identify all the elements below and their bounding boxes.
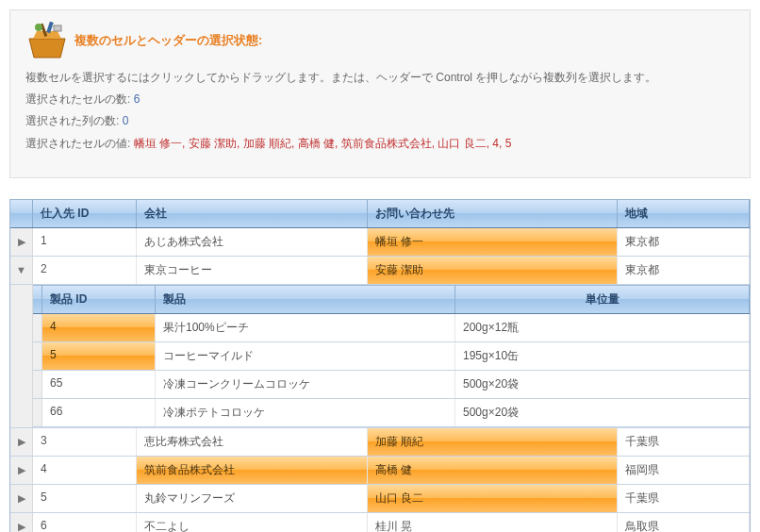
cell-region[interactable]: 千葉県 [618, 485, 750, 512]
toolbox-icon [25, 22, 69, 59]
expand-icon[interactable]: ▶ [10, 457, 33, 484]
selected-values: 幡垣 修一, 安藤 潔助, 加藤 順紀, 高橋 健, 筑前食品株式会社, 山口 … [134, 137, 512, 150]
cell-contact[interactable]: 加藤 順紀 [368, 428, 618, 456]
cell-id[interactable]: 5 [33, 485, 137, 512]
selected-cells-value: 6 [134, 92, 140, 106]
selected-cols-value: 0 [123, 114, 129, 127]
cell-region[interactable]: 福岡県 [618, 457, 750, 484]
expand-icon[interactable]: ▶ [10, 513, 33, 532]
col-header-id[interactable]: 仕入先 ID [33, 200, 137, 227]
selected-values-label: 選択されたセルの値: [25, 137, 134, 150]
col-header-company[interactable]: 会社 [137, 200, 368, 227]
col-header-contact[interactable]: お問い合わせ先 [368, 200, 618, 227]
cell-product[interactable]: 冷凍ポテトコロッケ [156, 399, 455, 426]
cell-unit[interactable]: 200g×12瓶 [455, 314, 750, 341]
nested-row-gutter [33, 371, 42, 398]
cell-region[interactable]: 東京都 [618, 257, 750, 284]
table-row[interactable]: ▼2東京コーヒー安藤 潔助東京都 [10, 257, 750, 285]
cell-company[interactable]: 不二よし [137, 513, 368, 532]
col-header-region[interactable]: 地域 [618, 200, 750, 227]
selected-cells-label: 選択されたセルの数: [25, 92, 134, 106]
selected-cols-label: 選択された列の数: [25, 114, 123, 127]
nested-row-gutter [33, 314, 42, 341]
nested-expander-header [33, 286, 42, 313]
cell-id[interactable]: 4 [33, 457, 137, 484]
table-row[interactable]: ▶6不二よし桂川 晃鳥取県 [10, 513, 750, 532]
selection-status-panel: 複数のセルとヘッダーの選択状態: 複数セルを選択するにはクリックしてからドラッグ… [9, 9, 751, 178]
table-row[interactable]: ▶5丸鈴マリンフーズ山口 良二千葉県 [10, 485, 750, 513]
products-grid[interactable]: 製品 ID製品単位量4果汁100%ピーチ200g×12瓶5コーヒーマイルド195… [33, 285, 750, 427]
selected-values-line: 選択されたセルの値: 幡垣 修一, 安藤 潔助, 加藤 順紀, 高橋 健, 筑前… [25, 135, 735, 153]
col-header-product[interactable]: 製品 [156, 286, 455, 313]
svg-point-3 [35, 24, 42, 31]
selected-cells-line: 選択されたセルの数: 6 [25, 91, 735, 108]
expand-icon[interactable]: ▶ [10, 428, 33, 456]
cell-contact[interactable]: 安藤 潔助 [368, 257, 618, 284]
nested-row-gutter [33, 342, 42, 370]
svg-rect-5 [54, 25, 61, 31]
cell-unit[interactable]: 500g×20袋 [455, 399, 750, 426]
cell-company[interactable]: 東京コーヒー [137, 257, 368, 284]
cell-company[interactable]: 丸鈴マリンフーズ [137, 485, 368, 512]
cell-product-id[interactable]: 5 [42, 342, 156, 370]
col-header-unit[interactable]: 単位量 [455, 286, 750, 313]
nested-row-gutter [33, 399, 42, 426]
collapse-icon[interactable]: ▼ [10, 257, 33, 284]
cell-contact[interactable]: 高橋 健 [368, 457, 618, 484]
cell-unit[interactable]: 195g×10缶 [455, 342, 750, 370]
cell-product-id[interactable]: 65 [42, 371, 156, 398]
grid-header-row: 仕入先 ID 会社 お問い合わせ先 地域 [10, 200, 750, 228]
cell-product[interactable]: 冷凍コーンクリームコロッケ [156, 371, 455, 398]
cell-company[interactable]: 恵比寿株式会社 [137, 428, 368, 456]
expand-icon[interactable]: ▶ [10, 485, 33, 512]
cell-region[interactable]: 千葉県 [618, 428, 750, 456]
col-header-product-id[interactable]: 製品 ID [42, 286, 156, 313]
expand-icon[interactable]: ▶ [10, 228, 33, 256]
cell-id[interactable]: 6 [33, 513, 137, 532]
nested-gutter [10, 285, 33, 427]
cell-company[interactable]: 筑前食品株式会社 [137, 457, 368, 484]
cell-id[interactable]: 3 [33, 428, 137, 456]
nested-header-row: 製品 ID製品単位量 [33, 286, 750, 314]
nested-grid-container: 製品 ID製品単位量4果汁100%ピーチ200g×12瓶5コーヒーマイルド195… [10, 285, 750, 428]
cell-product-id[interactable]: 4 [42, 314, 156, 341]
cell-contact[interactable]: 山口 良二 [368, 485, 618, 512]
cell-contact[interactable]: 幡垣 修一 [368, 228, 618, 256]
table-row[interactable]: ▶1あじあ株式会社幡垣 修一東京都 [10, 228, 750, 257]
cell-product-id[interactable]: 66 [42, 399, 156, 426]
table-row[interactable]: ▶4筑前食品株式会社高橋 健福岡県 [10, 457, 750, 485]
nested-table-row[interactable]: 4果汁100%ピーチ200g×12瓶 [33, 314, 750, 342]
cell-product[interactable]: 果汁100%ピーチ [156, 314, 455, 341]
panel-title: 複数のセルとヘッダーの選択状態: [74, 32, 262, 49]
cell-company[interactable]: あじあ株式会社 [137, 228, 368, 256]
cell-id[interactable]: 1 [33, 228, 137, 256]
table-row[interactable]: ▶3恵比寿株式会社加藤 順紀千葉県 [10, 428, 750, 457]
nested-table-row[interactable]: 65冷凍コーンクリームコロッケ500g×20袋 [33, 371, 750, 399]
help-text: 複数セルを選択するにはクリックしてからドラッグします。または、ヘッダーで Con… [25, 69, 735, 87]
cell-product[interactable]: コーヒーマイルド [156, 342, 455, 370]
suppliers-grid[interactable]: 仕入先 ID 会社 お問い合わせ先 地域 ▶1あじあ株式会社幡垣 修一東京都▼2… [9, 199, 751, 532]
cell-region[interactable]: 東京都 [618, 228, 750, 256]
nested-table-row[interactable]: 66冷凍ポテトコロッケ500g×20袋 [33, 399, 750, 427]
cell-contact[interactable]: 桂川 晃 [368, 513, 618, 532]
expander-header [10, 200, 33, 227]
cell-region[interactable]: 鳥取県 [618, 513, 750, 532]
selected-cols-line: 選択された列の数: 0 [25, 112, 735, 130]
svg-marker-0 [29, 39, 65, 58]
cell-unit[interactable]: 500g×20袋 [455, 371, 750, 398]
nested-table-row[interactable]: 5コーヒーマイルド195g×10缶 [33, 342, 750, 371]
cell-id[interactable]: 2 [33, 257, 137, 284]
